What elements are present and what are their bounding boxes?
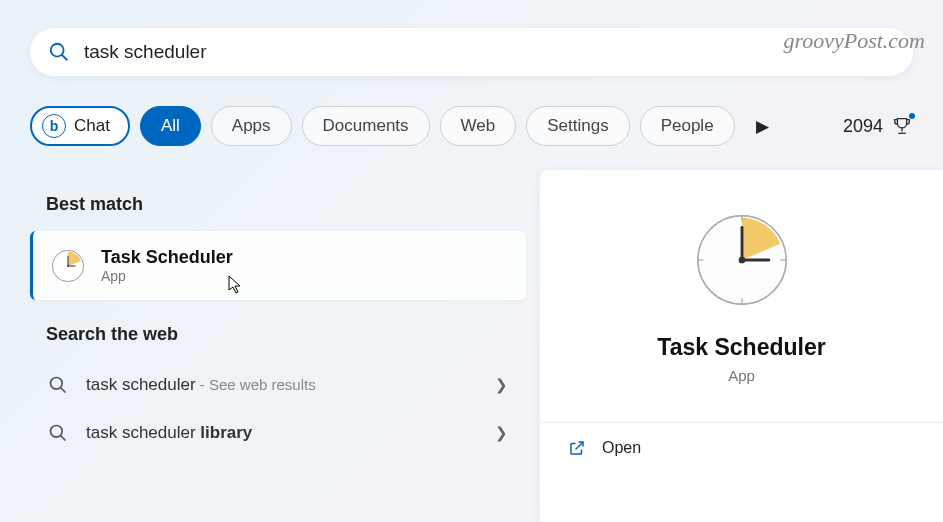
open-action[interactable]: Open: [540, 422, 943, 473]
filter-apps[interactable]: Apps: [211, 106, 292, 146]
web-result-text: task scheduler library: [86, 423, 477, 443]
chevron-right-icon: ❯: [495, 376, 508, 394]
filter-web[interactable]: Web: [440, 106, 517, 146]
search-icon: [48, 41, 70, 63]
best-match-heading: Best match: [46, 194, 526, 215]
svg-point-11: [51, 426, 63, 438]
task-scheduler-icon: [51, 249, 85, 283]
detail-panel: Task Scheduler App Open: [540, 170, 943, 522]
svg-point-8: [67, 264, 69, 266]
chat-button[interactable]: b Chat: [30, 106, 130, 146]
filter-row: b Chat All Apps Documents Web Settings P…: [30, 106, 913, 146]
rewards-points: 2094: [843, 116, 883, 137]
bing-icon: b: [42, 114, 66, 138]
web-result-0[interactable]: task scheduler - See web results ❯: [30, 361, 526, 409]
open-label: Open: [602, 439, 641, 457]
search-input[interactable]: [84, 41, 895, 63]
svg-point-9: [51, 378, 63, 390]
web-result-text: task scheduler - See web results: [86, 375, 477, 395]
open-icon: [568, 439, 586, 457]
search-bar[interactable]: [30, 28, 913, 76]
svg-line-1: [62, 55, 68, 61]
rewards-counter[interactable]: 2094: [843, 115, 913, 137]
results-column: Best match Task Scheduler App Search the…: [0, 170, 540, 522]
best-match-title: Task Scheduler: [101, 247, 233, 268]
svg-point-0: [51, 44, 64, 57]
panel-subtitle: App: [728, 367, 755, 384]
filter-people[interactable]: People: [640, 106, 735, 146]
chevron-right-icon: ❯: [495, 424, 508, 442]
svg-point-21: [738, 257, 745, 264]
best-match-result[interactable]: Task Scheduler App: [30, 231, 526, 300]
filter-all[interactable]: All: [140, 106, 201, 146]
web-search-heading: Search the web: [46, 324, 526, 345]
search-icon: [48, 423, 68, 443]
best-match-subtitle: App: [101, 268, 233, 284]
svg-line-10: [61, 388, 66, 393]
filter-settings[interactable]: Settings: [526, 106, 629, 146]
filter-documents[interactable]: Documents: [302, 106, 430, 146]
task-scheduler-large-icon: [694, 212, 790, 308]
trophy-icon: [891, 115, 913, 137]
watermark-text: groovyPost.com: [783, 28, 925, 54]
more-filters-arrow-icon[interactable]: ▶: [749, 116, 777, 137]
panel-title: Task Scheduler: [657, 334, 825, 361]
search-icon: [48, 375, 68, 395]
web-result-1[interactable]: task scheduler library ❯: [30, 409, 526, 457]
svg-line-12: [61, 436, 66, 441]
chat-label: Chat: [74, 116, 110, 136]
content-area: Best match Task Scheduler App Search the…: [0, 170, 943, 522]
